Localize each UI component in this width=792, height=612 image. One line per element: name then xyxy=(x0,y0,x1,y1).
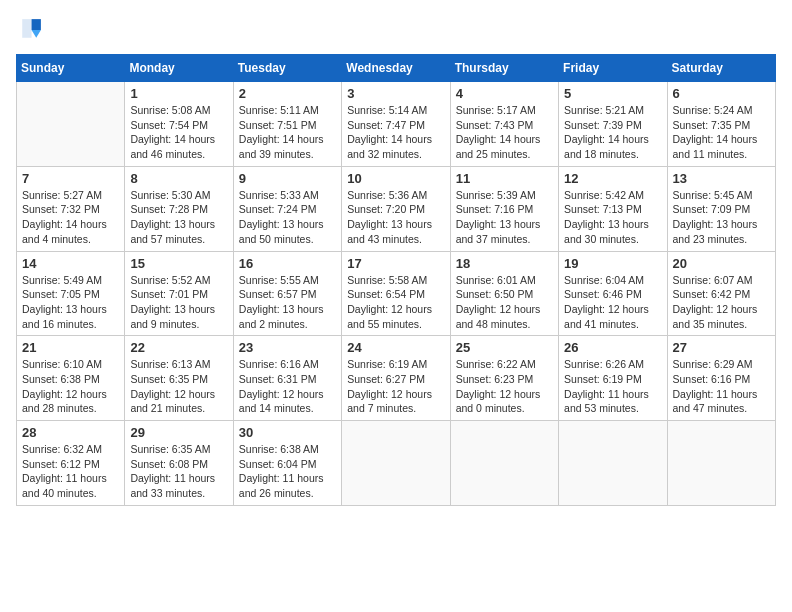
day-detail: Sunrise: 6:13 AMSunset: 6:35 PMDaylight:… xyxy=(130,357,227,416)
calendar-week-5: 28Sunrise: 6:32 AMSunset: 6:12 PMDayligh… xyxy=(17,421,776,506)
day-number: 20 xyxy=(673,256,770,271)
day-detail: Sunrise: 5:42 AMSunset: 7:13 PMDaylight:… xyxy=(564,188,661,247)
calendar-cell: 10Sunrise: 5:36 AMSunset: 7:20 PMDayligh… xyxy=(342,166,450,251)
calendar-cell: 20Sunrise: 6:07 AMSunset: 6:42 PMDayligh… xyxy=(667,251,775,336)
day-number: 22 xyxy=(130,340,227,355)
day-number: 21 xyxy=(22,340,119,355)
calendar-cell: 2Sunrise: 5:11 AMSunset: 7:51 PMDaylight… xyxy=(233,82,341,167)
calendar-cell: 19Sunrise: 6:04 AMSunset: 6:46 PMDayligh… xyxy=(559,251,667,336)
svg-marker-0 xyxy=(32,19,41,30)
day-detail: Sunrise: 6:19 AMSunset: 6:27 PMDaylight:… xyxy=(347,357,444,416)
day-detail: Sunrise: 5:11 AMSunset: 7:51 PMDaylight:… xyxy=(239,103,336,162)
day-number: 27 xyxy=(673,340,770,355)
day-number: 6 xyxy=(673,86,770,101)
day-detail: Sunrise: 5:14 AMSunset: 7:47 PMDaylight:… xyxy=(347,103,444,162)
calendar-cell: 12Sunrise: 5:42 AMSunset: 7:13 PMDayligh… xyxy=(559,166,667,251)
calendar-week-1: 1Sunrise: 5:08 AMSunset: 7:54 PMDaylight… xyxy=(17,82,776,167)
day-number: 13 xyxy=(673,171,770,186)
calendar-cell: 21Sunrise: 6:10 AMSunset: 6:38 PMDayligh… xyxy=(17,336,125,421)
calendar-cell xyxy=(17,82,125,167)
svg-marker-2 xyxy=(22,19,31,38)
calendar-cell: 14Sunrise: 5:49 AMSunset: 7:05 PMDayligh… xyxy=(17,251,125,336)
day-detail: Sunrise: 6:35 AMSunset: 6:08 PMDaylight:… xyxy=(130,442,227,501)
day-detail: Sunrise: 5:24 AMSunset: 7:35 PMDaylight:… xyxy=(673,103,770,162)
day-detail: Sunrise: 5:55 AMSunset: 6:57 PMDaylight:… xyxy=(239,273,336,332)
calendar-cell: 28Sunrise: 6:32 AMSunset: 6:12 PMDayligh… xyxy=(17,421,125,506)
day-detail: Sunrise: 5:58 AMSunset: 6:54 PMDaylight:… xyxy=(347,273,444,332)
calendar-week-3: 14Sunrise: 5:49 AMSunset: 7:05 PMDayligh… xyxy=(17,251,776,336)
header-cell-sunday: Sunday xyxy=(17,55,125,82)
calendar-cell: 25Sunrise: 6:22 AMSunset: 6:23 PMDayligh… xyxy=(450,336,558,421)
page-header xyxy=(16,16,776,44)
day-number: 4 xyxy=(456,86,553,101)
day-detail: Sunrise: 5:08 AMSunset: 7:54 PMDaylight:… xyxy=(130,103,227,162)
day-number: 7 xyxy=(22,171,119,186)
calendar-cell: 9Sunrise: 5:33 AMSunset: 7:24 PMDaylight… xyxy=(233,166,341,251)
day-number: 15 xyxy=(130,256,227,271)
day-detail: Sunrise: 6:26 AMSunset: 6:19 PMDaylight:… xyxy=(564,357,661,416)
day-number: 16 xyxy=(239,256,336,271)
day-number: 11 xyxy=(456,171,553,186)
logo xyxy=(16,16,48,44)
day-detail: Sunrise: 5:27 AMSunset: 7:32 PMDaylight:… xyxy=(22,188,119,247)
calendar-cell: 26Sunrise: 6:26 AMSunset: 6:19 PMDayligh… xyxy=(559,336,667,421)
calendar-cell: 1Sunrise: 5:08 AMSunset: 7:54 PMDaylight… xyxy=(125,82,233,167)
day-detail: Sunrise: 6:22 AMSunset: 6:23 PMDaylight:… xyxy=(456,357,553,416)
calendar-cell: 24Sunrise: 6:19 AMSunset: 6:27 PMDayligh… xyxy=(342,336,450,421)
header-cell-saturday: Saturday xyxy=(667,55,775,82)
day-detail: Sunrise: 6:38 AMSunset: 6:04 PMDaylight:… xyxy=(239,442,336,501)
day-detail: Sunrise: 5:36 AMSunset: 7:20 PMDaylight:… xyxy=(347,188,444,247)
calendar-cell: 17Sunrise: 5:58 AMSunset: 6:54 PMDayligh… xyxy=(342,251,450,336)
day-detail: Sunrise: 5:21 AMSunset: 7:39 PMDaylight:… xyxy=(564,103,661,162)
calendar-cell: 5Sunrise: 5:21 AMSunset: 7:39 PMDaylight… xyxy=(559,82,667,167)
day-number: 24 xyxy=(347,340,444,355)
day-detail: Sunrise: 5:33 AMSunset: 7:24 PMDaylight:… xyxy=(239,188,336,247)
header-row: SundayMondayTuesdayWednesdayThursdayFrid… xyxy=(17,55,776,82)
header-cell-thursday: Thursday xyxy=(450,55,558,82)
svg-marker-1 xyxy=(32,30,41,38)
header-cell-monday: Monday xyxy=(125,55,233,82)
day-detail: Sunrise: 6:04 AMSunset: 6:46 PMDaylight:… xyxy=(564,273,661,332)
day-number: 8 xyxy=(130,171,227,186)
calendar-cell: 30Sunrise: 6:38 AMSunset: 6:04 PMDayligh… xyxy=(233,421,341,506)
day-number: 1 xyxy=(130,86,227,101)
calendar-cell: 3Sunrise: 5:14 AMSunset: 7:47 PMDaylight… xyxy=(342,82,450,167)
calendar-week-2: 7Sunrise: 5:27 AMSunset: 7:32 PMDaylight… xyxy=(17,166,776,251)
day-detail: Sunrise: 6:16 AMSunset: 6:31 PMDaylight:… xyxy=(239,357,336,416)
logo-icon xyxy=(16,16,44,44)
day-number: 5 xyxy=(564,86,661,101)
calendar-cell xyxy=(450,421,558,506)
day-number: 19 xyxy=(564,256,661,271)
day-number: 9 xyxy=(239,171,336,186)
header-cell-wednesday: Wednesday xyxy=(342,55,450,82)
day-number: 28 xyxy=(22,425,119,440)
calendar-cell: 23Sunrise: 6:16 AMSunset: 6:31 PMDayligh… xyxy=(233,336,341,421)
day-number: 30 xyxy=(239,425,336,440)
calendar-header: SundayMondayTuesdayWednesdayThursdayFrid… xyxy=(17,55,776,82)
day-detail: Sunrise: 5:17 AMSunset: 7:43 PMDaylight:… xyxy=(456,103,553,162)
day-detail: Sunrise: 5:45 AMSunset: 7:09 PMDaylight:… xyxy=(673,188,770,247)
day-detail: Sunrise: 5:30 AMSunset: 7:28 PMDaylight:… xyxy=(130,188,227,247)
day-number: 12 xyxy=(564,171,661,186)
day-detail: Sunrise: 6:01 AMSunset: 6:50 PMDaylight:… xyxy=(456,273,553,332)
day-detail: Sunrise: 6:29 AMSunset: 6:16 PMDaylight:… xyxy=(673,357,770,416)
calendar-cell xyxy=(667,421,775,506)
calendar-cell: 6Sunrise: 5:24 AMSunset: 7:35 PMDaylight… xyxy=(667,82,775,167)
calendar-cell: 18Sunrise: 6:01 AMSunset: 6:50 PMDayligh… xyxy=(450,251,558,336)
day-number: 26 xyxy=(564,340,661,355)
day-number: 18 xyxy=(456,256,553,271)
day-number: 17 xyxy=(347,256,444,271)
calendar-week-4: 21Sunrise: 6:10 AMSunset: 6:38 PMDayligh… xyxy=(17,336,776,421)
calendar-cell: 8Sunrise: 5:30 AMSunset: 7:28 PMDaylight… xyxy=(125,166,233,251)
day-number: 14 xyxy=(22,256,119,271)
calendar-body: 1Sunrise: 5:08 AMSunset: 7:54 PMDaylight… xyxy=(17,82,776,506)
calendar-cell: 16Sunrise: 5:55 AMSunset: 6:57 PMDayligh… xyxy=(233,251,341,336)
day-detail: Sunrise: 6:32 AMSunset: 6:12 PMDaylight:… xyxy=(22,442,119,501)
calendar-table: SundayMondayTuesdayWednesdayThursdayFrid… xyxy=(16,54,776,506)
day-detail: Sunrise: 5:49 AMSunset: 7:05 PMDaylight:… xyxy=(22,273,119,332)
calendar-cell: 22Sunrise: 6:13 AMSunset: 6:35 PMDayligh… xyxy=(125,336,233,421)
header-cell-tuesday: Tuesday xyxy=(233,55,341,82)
calendar-cell: 11Sunrise: 5:39 AMSunset: 7:16 PMDayligh… xyxy=(450,166,558,251)
day-number: 23 xyxy=(239,340,336,355)
day-number: 3 xyxy=(347,86,444,101)
